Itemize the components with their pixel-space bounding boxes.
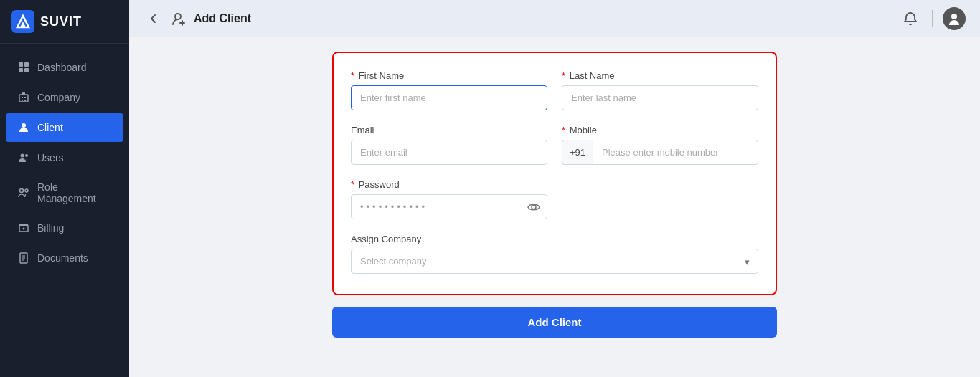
header-left: Add Client (143, 9, 251, 29)
documents-icon (17, 252, 30, 264)
sidebar-label-client: Client (37, 122, 63, 133)
svg-point-15 (25, 154, 28, 157)
add-client-button[interactable]: Add Client (332, 307, 777, 338)
svg-point-19 (23, 228, 25, 230)
main-area: Add Client (129, 0, 980, 377)
svg-rect-4 (24, 62, 29, 67)
email-input[interactable] (351, 140, 547, 165)
mobile-input-row: +91 (562, 140, 758, 165)
add-client-button-wrapper: Add Client (332, 307, 777, 338)
company-icon (17, 91, 30, 104)
mobile-label: * Mobile (562, 125, 758, 135)
sidebar-label-dashboard: Dashboard (37, 62, 87, 73)
svg-point-26 (532, 205, 536, 209)
page-content: * First Name * Last Name Email (129, 37, 980, 377)
dashboard-icon (17, 61, 30, 74)
name-row: * First Name * Last Name (351, 70, 758, 110)
first-name-group: * First Name (351, 70, 547, 110)
sidebar-label-company: Company (37, 92, 80, 103)
back-button[interactable] (143, 9, 164, 29)
assign-company-label: Assign Company (351, 234, 758, 244)
first-name-required: * (351, 70, 354, 81)
sidebar-logo: SUVIT (0, 0, 129, 44)
email-mobile-row: Email * Mobile +91 (351, 125, 758, 165)
mobile-prefix: +91 (562, 140, 593, 165)
password-toggle-icon[interactable] (527, 201, 540, 214)
password-required: * (351, 179, 354, 190)
last-name-input[interactable] (562, 85, 758, 110)
page-header: Add Client (129, 0, 980, 37)
company-group: Assign Company Select company ▾ (351, 234, 758, 274)
svg-rect-12 (22, 92, 25, 95)
sidebar-item-client[interactable]: Client (6, 113, 123, 142)
last-name-label: * Last Name (562, 70, 758, 81)
last-name-required: * (562, 70, 565, 81)
header-right (899, 7, 966, 30)
company-select-wrapper: Select company ▾ (351, 249, 758, 274)
password-label: * Password (351, 179, 547, 190)
svg-rect-9 (24, 97, 26, 98)
email-group: Email (351, 125, 547, 165)
password-wrapper (351, 194, 547, 219)
email-label: Email (351, 125, 547, 135)
svg-point-14 (21, 154, 24, 158)
svg-rect-11 (24, 100, 26, 101)
last-name-group: * Last Name (562, 70, 758, 110)
svg-point-25 (951, 14, 957, 19)
sidebar-item-dashboard[interactable]: Dashboard (6, 53, 123, 82)
billing-icon (17, 221, 30, 234)
sidebar-label-users: Users (37, 152, 64, 163)
sidebar-item-users[interactable]: Users (6, 143, 123, 172)
sidebar-item-role-management[interactable]: Role Management (6, 173, 123, 212)
password-group: * Password (351, 179, 547, 219)
svg-rect-8 (22, 97, 23, 98)
svg-point-24 (175, 14, 181, 19)
mobile-group: * Mobile +91 (562, 125, 758, 165)
svg-rect-10 (22, 100, 23, 101)
svg-rect-6 (24, 68, 29, 72)
sidebar-label-billing: Billing (37, 222, 64, 234)
header-divider (932, 10, 933, 27)
svg-rect-3 (19, 62, 23, 67)
svg-rect-7 (19, 95, 28, 102)
notification-button[interactable] (899, 7, 922, 30)
password-row: * Password (351, 179, 758, 219)
svg-point-16 (20, 189, 24, 193)
add-client-header-icon (171, 11, 187, 27)
svg-rect-5 (19, 68, 23, 72)
role-management-icon (17, 186, 30, 199)
logo-text: SUVIT (40, 14, 82, 29)
client-icon (17, 121, 30, 134)
users-icon (17, 151, 30, 164)
svg-point-13 (22, 123, 26, 128)
page-title: Add Client (194, 12, 251, 25)
company-select[interactable]: Select company (351, 249, 758, 274)
sidebar-nav: Dashboard Company (0, 44, 129, 377)
sidebar-item-company[interactable]: Company (6, 83, 123, 112)
svg-point-17 (25, 189, 28, 192)
sidebar-item-documents[interactable]: Documents (6, 244, 123, 272)
mobile-input[interactable] (593, 140, 758, 165)
sidebar-item-billing[interactable]: Billing (6, 214, 123, 242)
password-input[interactable] (351, 194, 547, 219)
add-client-form-card: * First Name * Last Name Email (332, 52, 777, 295)
sidebar-label-role-management: Role Management (37, 181, 112, 204)
avatar[interactable] (943, 7, 966, 30)
first-name-input[interactable] (351, 85, 547, 110)
sidebar: SUVIT Dashboard (0, 0, 129, 377)
sidebar-label-documents: Documents (37, 252, 88, 264)
suvit-logo-icon (11, 10, 34, 33)
company-row: Assign Company Select company ▾ (351, 234, 758, 274)
first-name-label: * First Name (351, 70, 547, 81)
mobile-required: * (562, 125, 565, 135)
password-spacer (562, 179, 758, 219)
